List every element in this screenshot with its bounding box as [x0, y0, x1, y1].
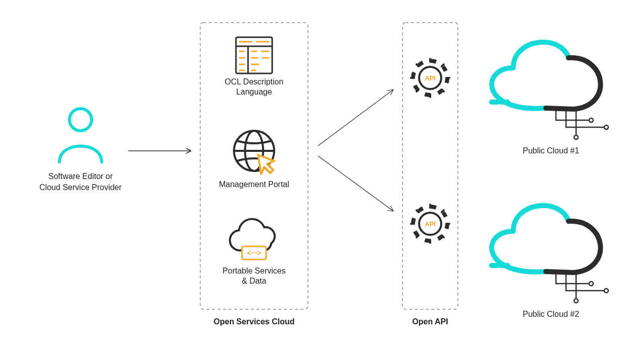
cloud-circuits-1 [556, 109, 608, 139]
public-cloud-2-label: Public Cloud #2 [523, 310, 579, 318]
svg-rect-3 [236, 37, 272, 73]
osc-item-0-line2: Language [236, 87, 272, 96]
osc-item-portal: Management Portal [219, 131, 289, 189]
svg-rect-25 [403, 23, 458, 309]
osc-item-ocl: OCL Description Language [225, 37, 284, 96]
svg-point-34 [574, 135, 578, 139]
osc-item-2-line2: & Data [242, 277, 267, 285]
svg-line-24 [318, 156, 393, 211]
public-cloud-1: Public Cloud #1 [492, 42, 608, 155]
osc-item-0-line1: OCL Description [225, 77, 284, 86]
actor-label-line2: Cloud Service Provider [39, 183, 122, 192]
actor-label-line1: Software Editor or [48, 172, 113, 181]
svg-point-0 [69, 109, 92, 131]
openapi-title: Open API [412, 317, 448, 326]
spreadsheet-icon [236, 37, 272, 73]
svg-text:<···>: <···> [247, 249, 261, 257]
svg-point-37 [589, 282, 593, 286]
osc-item-portable: <···> Portable Services & Data [222, 219, 285, 285]
osc-item-2-line1: Portable Services [222, 267, 285, 275]
arrows-osc-to-api [318, 90, 393, 211]
architecture-diagram: Software Editor or Cloud Service Provide… [0, 0, 644, 352]
actor-group: Software Editor or Cloud Service Provide… [39, 109, 122, 192]
code-badge-icon: <···> [242, 246, 266, 259]
public-cloud-1-label: Public Cloud #1 [523, 146, 579, 155]
svg-point-33 [604, 125, 608, 129]
osc-item-1-line1: Management Portal [219, 180, 289, 189]
cursor-icon [258, 155, 274, 174]
osc-title: Open Services Cloud [214, 317, 295, 326]
api-gear-2: API [411, 205, 449, 243]
osc-box: Open Services Cloud [200, 23, 308, 326]
arrow-actor-to-osc [128, 148, 191, 153]
svg-line-23 [318, 90, 393, 146]
public-cloud-2: Public Cloud #2 [492, 206, 608, 318]
api-badge-2: API [425, 220, 436, 228]
svg-point-39 [574, 299, 578, 303]
api-badge-1: API [425, 74, 436, 82]
openapi-box: Open API API [403, 23, 458, 326]
user-icon [59, 109, 102, 162]
api-gear-1: API [411, 59, 449, 97]
cloud-circuits-2 [556, 273, 608, 303]
svg-point-38 [604, 289, 608, 293]
cloud-shape-1 [492, 42, 601, 109]
svg-point-32 [589, 118, 593, 122]
cloud-shape-2 [492, 206, 601, 273]
